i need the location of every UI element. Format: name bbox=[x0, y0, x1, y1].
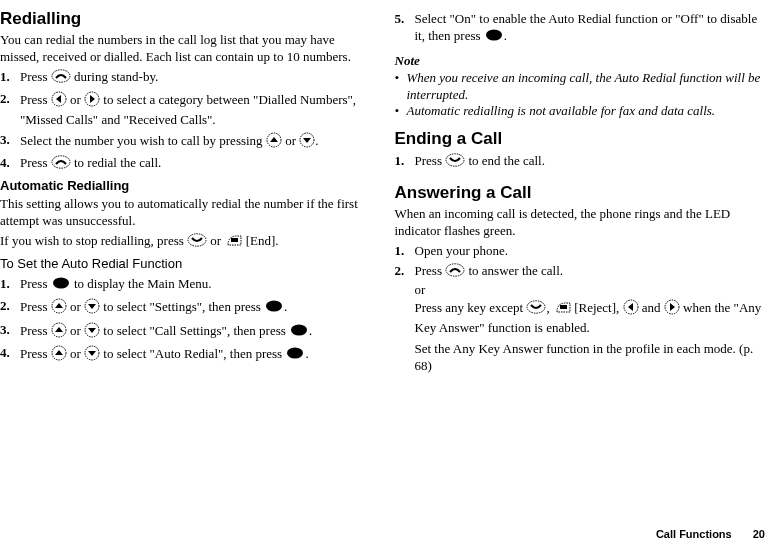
text-fragment: Press any key except bbox=[415, 300, 527, 315]
step-body: Press or to select "Auto Redial", then p… bbox=[20, 345, 375, 366]
softkey-icon bbox=[224, 233, 242, 252]
redial-steps: 1. Press during stand-by. 2. Press or to… bbox=[0, 69, 375, 174]
auto-redial-desc: This setting allows you to automatically… bbox=[0, 196, 375, 230]
end-key-icon bbox=[445, 153, 465, 172]
up-key-icon bbox=[51, 345, 67, 366]
heading-redialling: Redialling bbox=[0, 8, 375, 30]
step-number: 3. bbox=[0, 132, 20, 153]
step-number: 3. bbox=[0, 322, 20, 343]
set-auto-steps-cont: 5. Select "On" to enable the Auto Redial… bbox=[395, 11, 770, 47]
text-fragment: [Reject], bbox=[571, 300, 623, 315]
step-body: Press or to select "Call Settings", then… bbox=[20, 322, 375, 343]
step-body: Select "On" to enable the Auto Redial fu… bbox=[415, 11, 770, 47]
step-number: 2. bbox=[0, 91, 20, 129]
note-list: •When you receive an incoming call, the … bbox=[395, 70, 770, 121]
end-call-steps: 1. Press to end the call. bbox=[395, 153, 770, 172]
call-key-icon bbox=[445, 263, 465, 282]
step-body: Press or to select "Settings", then pres… bbox=[20, 298, 375, 319]
left-key-icon bbox=[623, 299, 639, 320]
step-body: Press to answer the call. or Press any k… bbox=[415, 263, 770, 374]
answer-intro: When an incoming call is detected, the p… bbox=[395, 206, 770, 240]
heading-answering-call: Answering a Call bbox=[395, 182, 770, 204]
call-key-icon bbox=[51, 155, 71, 174]
redial-intro: You can redial the numbers in the call l… bbox=[0, 32, 375, 66]
left-column: Redialling You can redial the numbers in… bbox=[0, 8, 375, 377]
up-key-icon bbox=[51, 298, 67, 319]
down-key-icon bbox=[299, 132, 315, 153]
text-fragment: If you wish to stop redialling, press bbox=[0, 233, 187, 248]
answer-note: Set the Any Key Answer function in the p… bbox=[415, 341, 770, 375]
heading-ending-call: Ending a Call bbox=[395, 128, 770, 150]
up-key-icon bbox=[266, 132, 282, 153]
footer-page-number: 20 bbox=[753, 528, 765, 540]
step-body: Press to redial the call. bbox=[20, 155, 375, 174]
step-body: Open your phone. bbox=[415, 243, 770, 260]
center-key-icon bbox=[484, 28, 504, 47]
center-key-icon bbox=[289, 323, 309, 342]
down-key-icon bbox=[84, 322, 100, 343]
center-key-icon bbox=[264, 299, 284, 318]
down-key-icon bbox=[84, 298, 100, 319]
up-key-icon bbox=[51, 322, 67, 343]
step-body: Press or to select a category between "D… bbox=[20, 91, 375, 129]
note-item: •When you receive an incoming call, the … bbox=[395, 70, 770, 104]
heading-set-auto-redial: To Set the Auto Redial Function bbox=[0, 256, 375, 273]
end-key-icon bbox=[526, 300, 546, 319]
right-key-icon bbox=[664, 299, 680, 320]
softkey-icon bbox=[553, 300, 571, 319]
center-key-icon bbox=[285, 346, 305, 365]
step-number: 1. bbox=[395, 243, 415, 260]
page-footer: Call Functions 20 bbox=[656, 527, 765, 541]
right-key-icon bbox=[84, 91, 100, 112]
step-number: 2. bbox=[0, 298, 20, 319]
step-number: 4. bbox=[0, 155, 20, 174]
step-number: 1. bbox=[0, 69, 20, 88]
auto-redial-stop: If you wish to stop redialling, press or… bbox=[0, 233, 375, 252]
step-body: Press during stand-by. bbox=[20, 69, 375, 88]
step-number: 4. bbox=[0, 345, 20, 366]
text-fragment: and bbox=[639, 300, 664, 315]
right-column: 5. Select "On" to enable the Auto Redial… bbox=[395, 8, 770, 377]
text-fragment: or bbox=[207, 233, 224, 248]
step-number: 1. bbox=[395, 153, 415, 172]
step-body: Select the number you wish to call by pr… bbox=[20, 132, 375, 153]
answer-steps: 1. Open your phone. 2. Press to answer t… bbox=[395, 243, 770, 374]
step-number: 2. bbox=[395, 263, 415, 374]
left-key-icon bbox=[51, 91, 67, 112]
note-item: •Automatic redialling is not available f… bbox=[395, 103, 770, 120]
footer-section: Call Functions bbox=[656, 528, 732, 540]
step-number: 5. bbox=[395, 11, 415, 47]
step-body: Press to display the Main Menu. bbox=[20, 276, 375, 295]
note-text: Automatic redialling is not available fo… bbox=[407, 103, 716, 120]
center-key-icon bbox=[51, 276, 71, 295]
step-body: Press to end the call. bbox=[415, 153, 770, 172]
end-key-icon bbox=[187, 233, 207, 252]
set-auto-steps: 1. Press to display the Main Menu. 2. Pr… bbox=[0, 276, 375, 367]
note-text: When you receive an incoming call, the A… bbox=[407, 70, 770, 104]
manual-page: Redialling You can redial the numbers in… bbox=[0, 0, 783, 377]
note-heading: Note bbox=[395, 53, 770, 70]
down-key-icon bbox=[84, 345, 100, 366]
text-fragment: [End]. bbox=[242, 233, 278, 248]
heading-auto-redial: Automatic Redialling bbox=[0, 178, 375, 195]
call-key-icon bbox=[51, 69, 71, 88]
step-number: 1. bbox=[0, 276, 20, 295]
or-text: or bbox=[415, 282, 426, 297]
